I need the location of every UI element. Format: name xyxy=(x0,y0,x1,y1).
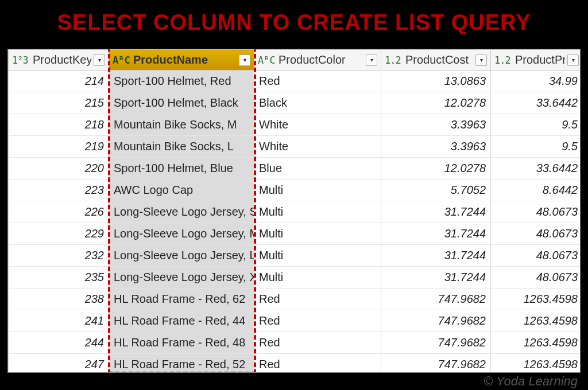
cell-productcost[interactable]: 747.9682 xyxy=(381,310,491,332)
cell-productkey[interactable]: 229 xyxy=(9,223,109,245)
cell-productcost[interactable]: 12.0278 xyxy=(381,158,491,180)
cell-productcost[interactable]: 747.9682 xyxy=(381,288,491,310)
cell-productcolor[interactable]: White xyxy=(254,114,381,136)
column-header-productkey[interactable]: 1²3ProductKey▾ xyxy=(9,50,109,71)
cell-productname[interactable]: Mountain Bike Socks, L xyxy=(109,136,254,158)
column-header-productcost[interactable]: 1.2ProductCost▾ xyxy=(381,50,491,71)
cell-productcolor[interactable]: Multi xyxy=(254,201,381,223)
cell-productkey[interactable]: 247 xyxy=(9,354,109,373)
cell-productcost[interactable]: 3.3963 xyxy=(381,114,491,136)
table-row[interactable]: 218Mountain Bike Socks, MWhite3.39639.5 xyxy=(9,114,581,136)
table-row[interactable]: 238HL Road Frame - Red, 62Red747.9682126… xyxy=(9,288,581,310)
datatype-icon[interactable]: AᴮC xyxy=(113,54,131,66)
cell-productkey[interactable]: 223 xyxy=(9,180,109,201)
datatype-icon[interactable]: 1.2 xyxy=(385,54,403,66)
cell-productcolor[interactable]: Red xyxy=(254,288,381,310)
cell-productcolor[interactable]: Multi xyxy=(254,180,381,201)
cell-productcost[interactable]: 13.0863 xyxy=(381,71,491,92)
cell-productcost[interactable]: 747.9682 xyxy=(381,332,491,354)
cell-productname[interactable]: AWC Logo Cap xyxy=(109,180,254,201)
filter-dropdown-button[interactable]: ▾ xyxy=(239,54,250,66)
cell-productprice[interactable]: 1263.4598 xyxy=(491,354,581,373)
cell-productkey[interactable]: 219 xyxy=(9,136,109,158)
cell-productkey[interactable]: 241 xyxy=(9,310,109,332)
table-row[interactable]: 241HL Road Frame - Red, 44Red747.9682126… xyxy=(9,310,581,332)
cell-productname[interactable]: Sport-100 Helmet, Red xyxy=(109,71,254,92)
cell-productcolor[interactable]: Multi xyxy=(254,245,381,267)
cell-productcolor[interactable]: Red xyxy=(254,310,381,332)
cell-productcost[interactable]: 12.0278 xyxy=(381,92,491,114)
cell-productname[interactable]: Long-Sleeve Logo Jersey, L xyxy=(109,245,254,267)
cell-productkey[interactable]: 226 xyxy=(9,201,109,223)
table-row[interactable]: 223AWC Logo CapMulti5.70528.6442 xyxy=(9,180,581,201)
datatype-icon[interactable]: 1²3 xyxy=(12,54,30,66)
cell-productprice[interactable]: 48.0673 xyxy=(491,245,581,267)
cell-productcolor[interactable]: Black xyxy=(254,92,381,114)
cell-productcolor[interactable]: Red xyxy=(254,71,381,92)
cell-productcolor[interactable]: Blue xyxy=(254,158,381,180)
cell-productname[interactable]: Sport-100 Helmet, Blue xyxy=(109,158,254,180)
filter-dropdown-button[interactable]: ▾ xyxy=(475,54,487,66)
datatype-icon[interactable]: AᴮC xyxy=(258,54,276,66)
cell-productprice[interactable]: 33.6442 xyxy=(491,92,581,114)
cell-productkey[interactable]: 220 xyxy=(9,158,109,180)
cell-productcost[interactable]: 31.7244 xyxy=(381,223,491,245)
cell-productkey[interactable]: 215 xyxy=(9,92,109,114)
cell-productname[interactable]: Long-Sleeve Logo Jersey, XL xyxy=(109,267,254,288)
cell-productcolor[interactable]: White xyxy=(254,136,381,158)
cell-productprice[interactable]: 8.6442 xyxy=(491,180,581,201)
datatype-icon[interactable]: 1.2 xyxy=(494,54,513,66)
table-row[interactable]: 232Long-Sleeve Logo Jersey, LMulti31.724… xyxy=(9,245,581,267)
copyright-label: © Yoda Learning xyxy=(483,374,578,389)
cell-productprice[interactable]: 48.0673 xyxy=(491,201,581,223)
cell-productcost[interactable]: 5.7052 xyxy=(381,180,491,201)
cell-productcolor[interactable]: Red xyxy=(254,332,381,354)
table-row[interactable]: 235Long-Sleeve Logo Jersey, XLMulti31.72… xyxy=(9,267,581,288)
cell-productname[interactable]: HL Road Frame - Red, 52 xyxy=(109,354,254,373)
filter-dropdown-button[interactable]: ▾ xyxy=(94,54,105,66)
table-row[interactable]: 247HL Road Frame - Red, 52Red747.9682126… xyxy=(9,354,581,373)
cell-productname[interactable]: Long-Sleeve Logo Jersey, M xyxy=(109,223,254,245)
cell-productcost[interactable]: 31.7244 xyxy=(381,267,491,288)
cell-productcolor[interactable]: Multi xyxy=(254,223,381,245)
column-header-productprice[interactable]: 1.2ProductPrice▾ xyxy=(491,50,581,71)
table-row[interactable]: 244HL Road Frame - Red, 48Red747.9682126… xyxy=(9,332,581,354)
cell-productprice[interactable]: 48.0673 xyxy=(491,267,581,288)
cell-productcost[interactable]: 747.9682 xyxy=(381,354,491,373)
cell-productkey[interactable]: 244 xyxy=(9,332,109,354)
table-row[interactable]: 215Sport-100 Helmet, BlackBlack12.027833… xyxy=(9,92,581,114)
column-header-productname[interactable]: AᴮCProductName▾ xyxy=(109,50,254,71)
cell-productcost[interactable]: 31.7244 xyxy=(381,201,491,223)
cell-productname[interactable]: HL Road Frame - Red, 44 xyxy=(109,310,254,332)
cell-productcolor[interactable]: Multi xyxy=(254,267,381,288)
column-header-productcolor[interactable]: AᴮCProductColor▾ xyxy=(254,50,381,71)
cell-productcost[interactable]: 3.3963 xyxy=(381,136,491,158)
table-row[interactable]: 226Long-Sleeve Logo Jersey, SMulti31.724… xyxy=(9,201,581,223)
cell-productprice[interactable]: 33.6442 xyxy=(491,158,581,180)
cell-productname[interactable]: Sport-100 Helmet, Black xyxy=(109,92,254,114)
cell-productkey[interactable]: 238 xyxy=(9,288,109,310)
cell-productname[interactable]: Mountain Bike Socks, M xyxy=(109,114,254,136)
cell-productprice[interactable]: 9.5 xyxy=(491,136,581,158)
cell-productprice[interactable]: 1263.4598 xyxy=(491,310,581,332)
cell-productkey[interactable]: 218 xyxy=(9,114,109,136)
cell-productprice[interactable]: 34.99 xyxy=(491,71,581,92)
cell-productprice[interactable]: 1263.4598 xyxy=(491,332,581,354)
table-row[interactable]: 229Long-Sleeve Logo Jersey, MMulti31.724… xyxy=(9,223,581,245)
cell-productprice[interactable]: 9.5 xyxy=(491,114,581,136)
cell-productcolor[interactable]: Red xyxy=(254,354,381,373)
table-row[interactable]: 220Sport-100 Helmet, BlueBlue12.027833.6… xyxy=(9,158,581,180)
cell-productcost[interactable]: 31.7244 xyxy=(381,245,491,267)
cell-productname[interactable]: HL Road Frame - Red, 62 xyxy=(109,288,254,310)
cell-productkey[interactable]: 235 xyxy=(9,267,109,288)
filter-dropdown-button[interactable]: ▾ xyxy=(567,54,579,66)
cell-productname[interactable]: Long-Sleeve Logo Jersey, S xyxy=(109,201,254,223)
cell-productname[interactable]: HL Road Frame - Red, 48 xyxy=(109,332,254,354)
cell-productprice[interactable]: 48.0673 xyxy=(491,223,581,245)
cell-productkey[interactable]: 232 xyxy=(9,245,109,267)
cell-productkey[interactable]: 214 xyxy=(9,71,109,92)
table-row[interactable]: 219Mountain Bike Socks, LWhite3.39639.5 xyxy=(9,136,581,158)
filter-dropdown-button[interactable]: ▾ xyxy=(366,54,377,66)
cell-productprice[interactable]: 1263.4598 xyxy=(491,288,581,310)
table-row[interactable]: 214Sport-100 Helmet, RedRed13.086334.99 xyxy=(9,71,581,92)
